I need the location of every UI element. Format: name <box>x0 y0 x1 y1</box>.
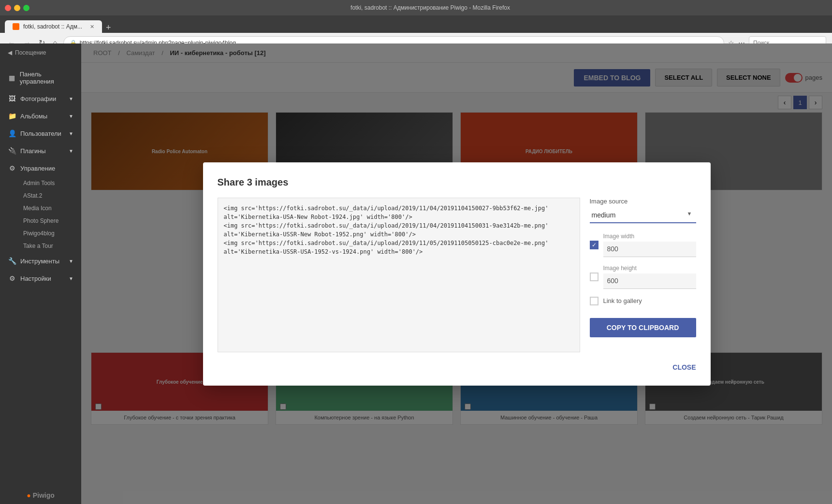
users-arrow-icon: ▼ <box>69 131 73 136</box>
plugins-arrow-icon: ▼ <box>69 148 73 154</box>
close-modal-button[interactable]: CLOSE <box>672 363 696 371</box>
code-textarea[interactable] <box>218 198 580 352</box>
close-window-button[interactable] <box>5 5 11 11</box>
image-width-input[interactable] <box>603 242 696 257</box>
tab-close-button[interactable]: ✕ <box>90 24 94 30</box>
maximize-window-button[interactable] <box>23 5 29 11</box>
sidebar-item-panel[interactable]: ▦ Панель управления <box>0 66 81 90</box>
image-source-label: Image source <box>590 198 696 205</box>
sidebar-item-photos-label: Фотографии <box>20 95 56 102</box>
image-width-group: Image width <box>603 233 696 257</box>
sidebar-item-tools[interactable]: 🔧 Инструменты ▼ <box>0 252 81 270</box>
sidebar-item-panel-label: Панель управления <box>20 71 73 85</box>
photos-icon: 🖼 <box>8 95 16 102</box>
tools-icon: 🔧 <box>8 257 16 265</box>
image-height-checkbox[interactable] <box>590 273 598 281</box>
minimize-window-button[interactable] <box>14 5 20 11</box>
sidebar-item-settings[interactable]: ⚙ Настройки ▼ <box>0 270 81 287</box>
tab-favicon <box>13 23 19 30</box>
sidebar-item-albums-label: Альбомы <box>20 113 47 120</box>
modal-footer: CLOSE <box>218 363 696 371</box>
modal-title: Share 3 images <box>218 177 696 188</box>
sidebar-item-plugins-label: Плагины <box>20 147 46 155</box>
image-height-group: Image height <box>603 265 696 289</box>
chevron-left-icon: ◀ <box>8 49 12 56</box>
panel-icon: ▦ <box>8 74 16 82</box>
plugins-icon: 🔌 <box>8 147 16 155</box>
sidebar-sub-photo-sphere[interactable]: Photo Sphere <box>15 215 81 227</box>
manage-icon: ⚙ <box>8 164 16 172</box>
sidebar-item-albums[interactable]: 📁 Альбомы ▼ <box>0 107 81 125</box>
modal-body: Image source small medium large original <box>218 198 696 354</box>
link-to-gallery-checkbox[interactable] <box>590 297 598 305</box>
tools-arrow-icon: ▼ <box>69 259 73 264</box>
image-height-row: Image height <box>590 265 696 289</box>
sidebar-sub-take-a-tour[interactable]: Take a Tour <box>15 240 81 252</box>
image-width-checkbox[interactable]: ✓ <box>590 241 598 249</box>
settings-arrow-icon: ▼ <box>69 276 73 281</box>
albums-arrow-icon: ▼ <box>69 114 73 119</box>
sidebar-sub-media-icon[interactable]: Media Icon <box>15 202 81 215</box>
brand-label: Piwigo <box>33 491 55 499</box>
image-source-select[interactable]: small medium large original <box>590 208 696 223</box>
sidebar-item-manage-label: Управление <box>20 165 55 172</box>
sidebar-item-settings-label: Настройки <box>20 275 51 282</box>
new-tab-button[interactable]: + <box>106 23 111 33</box>
sidebar: ◀ Посещение ▦ Панель управления 🖼 Фотогр… <box>0 43 81 504</box>
image-source-select-wrapper: small medium large original <box>590 208 696 223</box>
sidebar-item-plugins[interactable]: 🔌 Плагины ▼ <box>0 142 81 159</box>
sidebar-sub-astat[interactable]: AStat.2 <box>15 189 81 202</box>
sidebar-visit-toggle[interactable]: ◀ Посещение <box>0 43 81 62</box>
image-height-input[interactable] <box>603 274 696 289</box>
modal-overlay: Share 3 images Image source small medium <box>81 43 832 504</box>
image-width-row: ✓ Image width <box>590 233 696 257</box>
link-to-gallery-row: Link to gallery <box>590 297 696 305</box>
users-icon: 👤 <box>8 130 16 137</box>
link-to-gallery-label: Link to gallery <box>603 297 642 304</box>
sidebar-item-users-label: Пользователи <box>20 130 61 137</box>
sidebar-item-manage[interactable]: ⚙ Управление <box>0 159 81 177</box>
tab-label: fotki, sadrobot :: Адм... <box>23 23 82 30</box>
main-content: ROOT / Самиздат / ИИ - кибернетика - роб… <box>81 43 832 504</box>
browser-tab[interactable]: fotki, sadrobot :: Адм... ✕ <box>5 20 102 33</box>
sidebar-item-tools-label: Инструменты <box>20 258 59 265</box>
albums-icon: 📁 <box>8 112 16 120</box>
settings-icon: ⚙ <box>8 274 16 282</box>
sidebar-sub-piwigo4blog[interactable]: Piwigo4blog <box>15 227 81 240</box>
window-title: fotki, sadrobot :: Администрирование Piw… <box>350 4 510 11</box>
copy-to-clipboard-button[interactable]: COPY TO CLIPBOARD <box>590 318 696 337</box>
image-height-label: Image height <box>603 265 696 272</box>
image-width-label: Image width <box>603 233 696 240</box>
sidebar-sub-admin-tools[interactable]: Admin Tools <box>15 177 81 189</box>
visit-label: Посещение <box>15 49 46 56</box>
share-modal: Share 3 images Image source small medium <box>203 162 711 386</box>
sidebar-item-users[interactable]: 👤 Пользователи ▼ <box>0 125 81 142</box>
photos-arrow-icon: ▼ <box>69 96 73 101</box>
options-panel: Image source small medium large original <box>590 198 696 354</box>
code-area <box>218 198 580 354</box>
sidebar-item-photos[interactable]: 🖼 Фотографии ▼ <box>0 90 81 107</box>
